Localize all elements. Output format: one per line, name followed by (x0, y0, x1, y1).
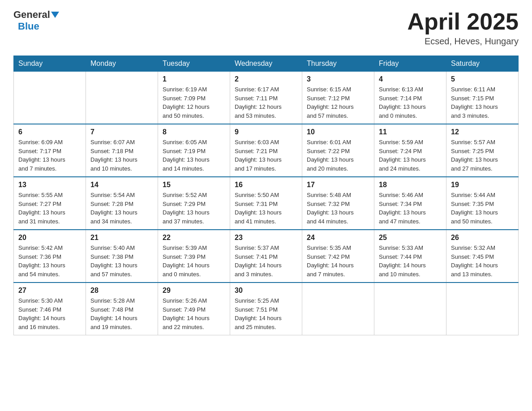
calendar-cell: 1Sunrise: 6:19 AMSunset: 7:09 PMDaylight… (158, 72, 230, 124)
day-number: 8 (163, 128, 225, 136)
day-info: Sunrise: 5:44 AMSunset: 7:35 PMDaylight:… (451, 191, 514, 226)
calendar-cell: 30Sunrise: 5:25 AMSunset: 7:51 PMDayligh… (230, 283, 302, 335)
calendar-week-row: 6Sunrise: 6:09 AMSunset: 7:17 PMDaylight… (14, 124, 519, 177)
calendar-week-row: 27Sunrise: 5:30 AMSunset: 7:46 PMDayligh… (14, 283, 519, 335)
calendar-cell: 12Sunrise: 5:57 AMSunset: 7:25 PMDayligh… (446, 124, 519, 177)
calendar-cell (14, 72, 86, 124)
day-number: 17 (307, 181, 369, 189)
day-info: Sunrise: 5:28 AMSunset: 7:48 PMDaylight:… (90, 296, 153, 331)
calendar-cell (302, 283, 374, 335)
day-of-week-header: Friday (374, 56, 446, 72)
calendar-cell: 7Sunrise: 6:07 AMSunset: 7:18 PMDaylight… (86, 124, 158, 177)
day-info: Sunrise: 5:52 AMSunset: 7:29 PMDaylight:… (163, 191, 225, 226)
day-number: 24 (307, 234, 369, 242)
title-section: April 2025 Ecsed, Heves, Hungary (407, 9, 519, 47)
calendar-table: SundayMondayTuesdayWednesdayThursdayFrid… (13, 56, 519, 335)
day-info: Sunrise: 5:50 AMSunset: 7:31 PMDaylight:… (235, 191, 297, 226)
day-info: Sunrise: 5:25 AMSunset: 7:51 PMDaylight:… (235, 296, 297, 331)
day-number: 15 (163, 181, 225, 189)
day-info: Sunrise: 6:13 AMSunset: 7:14 PMDaylight:… (379, 85, 442, 120)
day-number: 10 (307, 128, 369, 136)
day-info: Sunrise: 6:09 AMSunset: 7:17 PMDaylight:… (18, 138, 81, 173)
calendar-cell: 6Sunrise: 6:09 AMSunset: 7:17 PMDaylight… (14, 124, 86, 177)
day-number: 28 (90, 287, 153, 295)
calendar-cell: 29Sunrise: 5:26 AMSunset: 7:49 PMDayligh… (158, 283, 230, 335)
calendar-cell: 17Sunrise: 5:48 AMSunset: 7:32 PMDayligh… (302, 177, 374, 230)
calendar-cell: 27Sunrise: 5:30 AMSunset: 7:46 PMDayligh… (14, 283, 86, 335)
day-number: 11 (379, 128, 442, 136)
day-number: 19 (451, 181, 514, 189)
day-of-week-header: Monday (86, 56, 158, 72)
day-number: 18 (379, 181, 442, 189)
calendar-cell: 4Sunrise: 6:13 AMSunset: 7:14 PMDaylight… (374, 72, 446, 124)
calendar-cell: 16Sunrise: 5:50 AMSunset: 7:31 PMDayligh… (230, 177, 302, 230)
calendar-cell: 20Sunrise: 5:42 AMSunset: 7:36 PMDayligh… (14, 230, 86, 283)
calendar-cell: 26Sunrise: 5:32 AMSunset: 7:45 PMDayligh… (446, 230, 519, 283)
calendar-cell: 10Sunrise: 6:01 AMSunset: 7:22 PMDayligh… (302, 124, 374, 177)
day-info: Sunrise: 5:26 AMSunset: 7:49 PMDaylight:… (163, 296, 225, 331)
day-info: Sunrise: 5:54 AMSunset: 7:28 PMDaylight:… (90, 191, 153, 226)
calendar-cell: 14Sunrise: 5:54 AMSunset: 7:28 PMDayligh… (86, 177, 158, 230)
calendar-cell: 19Sunrise: 5:44 AMSunset: 7:35 PMDayligh… (446, 177, 519, 230)
day-info: Sunrise: 5:55 AMSunset: 7:27 PMDaylight:… (18, 191, 81, 226)
calendar-cell: 24Sunrise: 5:35 AMSunset: 7:42 PMDayligh… (302, 230, 374, 283)
day-info: Sunrise: 5:46 AMSunset: 7:34 PMDaylight:… (379, 191, 442, 226)
day-number: 20 (18, 234, 81, 242)
day-info: Sunrise: 5:30 AMSunset: 7:46 PMDaylight:… (18, 296, 81, 331)
day-info: Sunrise: 5:35 AMSunset: 7:42 PMDaylight:… (307, 244, 369, 278)
day-of-week-header: Wednesday (230, 56, 302, 72)
day-number: 29 (163, 287, 225, 295)
day-number: 5 (451, 75, 514, 83)
day-number: 25 (379, 234, 442, 242)
svg-marker-0 (51, 12, 59, 18)
day-of-week-header: Thursday (302, 56, 374, 72)
calendar-week-row: 1Sunrise: 6:19 AMSunset: 7:09 PMDaylight… (14, 72, 519, 124)
day-info: Sunrise: 6:05 AMSunset: 7:19 PMDaylight:… (163, 138, 225, 173)
calendar-cell: 18Sunrise: 5:46 AMSunset: 7:34 PMDayligh… (374, 177, 446, 230)
calendar-cell: 11Sunrise: 5:59 AMSunset: 7:24 PMDayligh… (374, 124, 446, 177)
calendar-header-row: SundayMondayTuesdayWednesdayThursdayFrid… (14, 56, 519, 72)
calendar-cell: 13Sunrise: 5:55 AMSunset: 7:27 PMDayligh… (14, 177, 86, 230)
day-info: Sunrise: 5:59 AMSunset: 7:24 PMDaylight:… (379, 138, 442, 173)
calendar-cell: 22Sunrise: 5:39 AMSunset: 7:39 PMDayligh… (158, 230, 230, 283)
day-info: Sunrise: 5:37 AMSunset: 7:41 PMDaylight:… (235, 244, 297, 278)
day-number: 3 (307, 75, 369, 83)
day-info: Sunrise: 5:32 AMSunset: 7:45 PMDaylight:… (451, 244, 514, 278)
calendar-cell: 2Sunrise: 6:17 AMSunset: 7:11 PMDaylight… (230, 72, 302, 124)
day-info: Sunrise: 6:07 AMSunset: 7:18 PMDaylight:… (90, 138, 153, 173)
day-number: 13 (18, 181, 81, 189)
month-year-title: April 2025 (407, 9, 519, 34)
day-info: Sunrise: 5:39 AMSunset: 7:39 PMDaylight:… (163, 244, 225, 278)
logo-general-text: General (13, 9, 50, 21)
day-info: Sunrise: 5:57 AMSunset: 7:25 PMDaylight:… (451, 138, 514, 173)
logo: General Blue (13, 9, 59, 32)
day-number: 1 (163, 75, 225, 83)
day-number: 2 (235, 75, 297, 83)
day-number: 26 (451, 234, 514, 242)
day-number: 27 (18, 287, 81, 295)
calendar-cell: 5Sunrise: 6:11 AMSunset: 7:15 PMDaylight… (446, 72, 519, 124)
day-info: Sunrise: 6:17 AMSunset: 7:11 PMDaylight:… (235, 85, 297, 120)
day-info: Sunrise: 5:33 AMSunset: 7:44 PMDaylight:… (379, 244, 442, 278)
calendar-cell: 25Sunrise: 5:33 AMSunset: 7:44 PMDayligh… (374, 230, 446, 283)
day-info: Sunrise: 6:11 AMSunset: 7:15 PMDaylight:… (451, 85, 514, 120)
day-number: 21 (90, 234, 153, 242)
calendar-week-row: 20Sunrise: 5:42 AMSunset: 7:36 PMDayligh… (14, 230, 519, 283)
calendar-cell (446, 283, 519, 335)
day-number: 7 (90, 128, 153, 136)
day-number: 14 (90, 181, 153, 189)
day-info: Sunrise: 5:48 AMSunset: 7:32 PMDaylight:… (307, 191, 369, 226)
day-info: Sunrise: 6:15 AMSunset: 7:12 PMDaylight:… (307, 85, 369, 120)
logo-arrow-icon (51, 12, 59, 20)
calendar-cell: 3Sunrise: 6:15 AMSunset: 7:12 PMDaylight… (302, 72, 374, 124)
day-of-week-header: Saturday (446, 56, 519, 72)
day-info: Sunrise: 5:42 AMSunset: 7:36 PMDaylight:… (18, 244, 81, 278)
calendar-cell (374, 283, 446, 335)
day-number: 12 (451, 128, 514, 136)
day-number: 4 (379, 75, 442, 83)
day-info: Sunrise: 6:03 AMSunset: 7:21 PMDaylight:… (235, 138, 297, 173)
calendar-cell: 8Sunrise: 6:05 AMSunset: 7:19 PMDaylight… (158, 124, 230, 177)
day-number: 22 (163, 234, 225, 242)
day-of-week-header: Tuesday (158, 56, 230, 72)
day-number: 23 (235, 234, 297, 242)
